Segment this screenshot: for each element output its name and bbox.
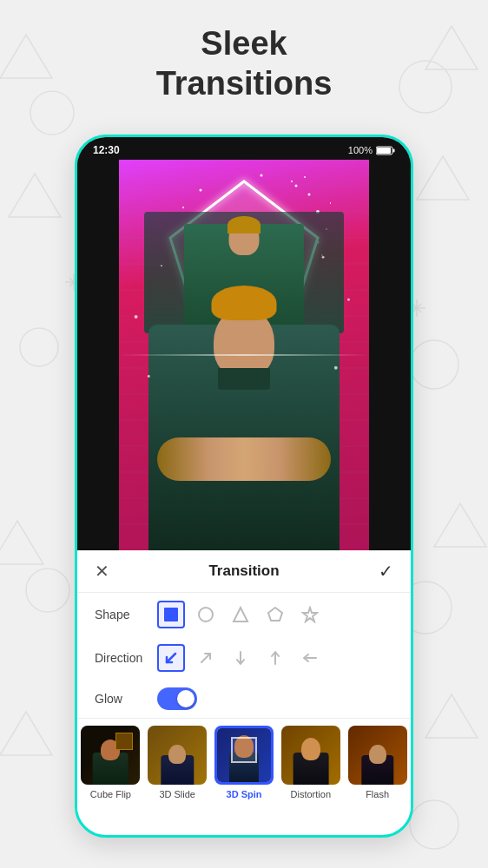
glow-toggle[interactable] — [157, 687, 197, 710]
direction-topright-btn[interactable] — [192, 644, 220, 672]
svg-rect-17 — [393, 148, 395, 152]
thumb-label-cube-flip: Cube Flip — [90, 789, 131, 799]
thumb-label-flash: Flash — [366, 789, 389, 799]
svg-point-11 — [20, 328, 58, 366]
shape-options — [157, 601, 324, 628]
svg-marker-3 — [417, 156, 469, 200]
thumb-label-distortion: Distortion — [291, 789, 331, 799]
status-time: 12:30 — [93, 144, 120, 156]
svg-line-57 — [201, 654, 210, 662]
thumb-3d-slide[interactable]: 3D Slide — [144, 726, 211, 805]
thumb-img-distortion — [281, 726, 340, 785]
battery-icon — [376, 146, 395, 155]
svg-point-34 — [308, 194, 311, 196]
shape-circle-btn[interactable] — [192, 601, 220, 628]
close-button[interactable]: ✕ — [95, 561, 109, 582]
glow-row: Glow — [77, 680, 411, 718]
thumb-label-3d-slide: 3D Slide — [159, 789, 195, 799]
svg-marker-4 — [0, 521, 43, 564]
thumbnail-strip: Cube Flip 3D Slide — [77, 718, 411, 805]
toggle-knob — [177, 690, 195, 707]
direction-label: Direction — [95, 651, 157, 665]
svg-marker-2 — [9, 174, 61, 217]
shape-triangle-btn[interactable] — [227, 601, 254, 628]
svg-line-56 — [167, 654, 175, 662]
svg-point-10 — [410, 340, 458, 389]
thumb-img-flash — [348, 726, 407, 785]
direction-options — [157, 644, 324, 672]
thumb-img-cube-flip — [81, 726, 140, 785]
svg-point-36 — [295, 185, 298, 187]
thumb-img-3d-slide — [148, 726, 207, 785]
svg-point-40 — [291, 181, 293, 182]
black-bar-left — [77, 160, 119, 550]
phone-mockup: 12:30 100% — [75, 135, 413, 838]
svg-point-13 — [26, 569, 69, 612]
svg-point-14 — [410, 800, 458, 849]
transition-title: Transition — [208, 562, 279, 580]
confirm-button[interactable]: ✓ — [379, 561, 393, 582]
battery-text: 100% — [348, 145, 373, 155]
direction-bottomleft-btn[interactable] — [157, 644, 185, 672]
thumb-distortion[interactable]: Distortion — [277, 726, 344, 805]
direction-up-btn[interactable] — [261, 644, 289, 672]
svg-point-44 — [260, 174, 263, 177]
transition-panel: ✕ Transition ✓ Shape — [77, 550, 411, 812]
thumb-3d-spin[interactable]: 3D Spin — [211, 726, 278, 805]
thumb-label-3d-spin: 3D Spin — [227, 789, 262, 799]
thumb-cube-flip[interactable]: Cube Flip — [77, 726, 144, 805]
shape-pentagon-btn[interactable] — [261, 601, 289, 628]
status-right: 100% — [348, 145, 395, 155]
direction-left-btn[interactable] — [296, 644, 324, 672]
shape-square-btn[interactable] — [157, 601, 185, 628]
black-bar-right — [369, 160, 411, 550]
svg-point-38 — [304, 176, 306, 178]
shape-row: Shape — [77, 593, 411, 636]
svg-rect-16 — [377, 148, 391, 154]
svg-marker-55 — [303, 608, 317, 621]
direction-row: Direction — [77, 636, 411, 680]
shape-star-btn[interactable] — [296, 601, 324, 628]
glow-label: Glow — [95, 692, 157, 706]
svg-marker-54 — [268, 608, 282, 621]
svg-marker-7 — [425, 694, 478, 738]
svg-point-43 — [182, 207, 184, 208]
image-area — [77, 160, 411, 550]
svg-marker-5 — [434, 503, 486, 547]
svg-point-42 — [200, 189, 202, 192]
page-title: Sleek Transitions — [0, 24, 488, 103]
status-bar: 12:30 100% — [77, 137, 411, 160]
svg-marker-6 — [0, 712, 52, 755]
svg-point-37 — [330, 202, 331, 204]
thumb-img-3d-spin — [214, 726, 274, 785]
svg-rect-51 — [164, 608, 178, 621]
thumb-flash[interactable]: Flash — [344, 726, 411, 805]
shape-label: Shape — [95, 608, 157, 621]
svg-marker-53 — [234, 608, 247, 621]
svg-point-52 — [199, 608, 213, 621]
direction-down-btn[interactable] — [227, 644, 254, 672]
transition-header: ✕ Transition ✓ — [77, 561, 411, 593]
